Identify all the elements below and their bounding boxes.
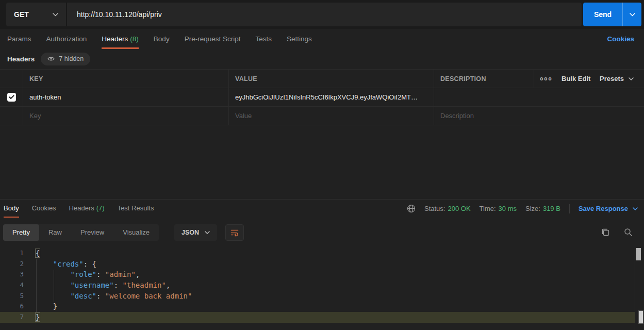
line-number: 4 (0, 280, 24, 291)
row-checkbox[interactable] (7, 93, 16, 102)
response-body-editor[interactable]: 1{ 2"creds": { 3"role": "admin", 4"usern… (0, 247, 644, 330)
send-button[interactable]: Send (583, 3, 622, 26)
more-options-icon[interactable]: ooo (540, 75, 552, 82)
table-header-row: KEY VALUE DESCRIPTION ooo Bulk Edit Pres… (0, 70, 644, 88)
divider (569, 204, 570, 213)
row-select-cell (0, 107, 23, 125)
view-mode-preview[interactable]: Preview (71, 224, 113, 241)
status-badge: Status:200 OK (424, 205, 471, 212)
time-badge: Time:30 ms (480, 205, 517, 212)
headers-table: KEY VALUE DESCRIPTION ooo Bulk Edit Pres… (0, 69, 644, 125)
size-badge: Size:319 B (525, 205, 560, 212)
row-select-cell (0, 88, 23, 106)
globe-icon (407, 204, 416, 213)
view-mode-switch: Pretty Raw Preview Visualize (3, 224, 159, 241)
hidden-headers-toggle[interactable]: 7 hidden (41, 53, 90, 65)
editor-scrollbar-thumb[interactable] (636, 248, 641, 260)
send-button-group: Send (583, 3, 641, 26)
format-dropdown[interactable]: JSON (174, 224, 217, 241)
view-mode-raw[interactable]: Raw (39, 224, 71, 241)
column-header-description: DESCRIPTION (434, 70, 534, 88)
request-tabs: Params Authorization Headers(8) Body Pre… (0, 30, 644, 49)
header-description-field[interactable] (434, 88, 644, 106)
line-number: 5 (0, 291, 24, 302)
header-key-field[interactable]: Key (23, 107, 228, 125)
tab-authorization[interactable]: Authorization (46, 30, 87, 49)
header-description-field[interactable]: Description (434, 107, 644, 125)
bulk-edit-button[interactable]: Bulk Edit (562, 75, 590, 82)
chevron-down-icon (629, 77, 634, 80)
line-number: 3 (0, 269, 24, 280)
chevron-down-icon (53, 13, 58, 16)
table-controls: ooo Bulk Edit Presets (534, 70, 644, 88)
tab-body[interactable]: Body (154, 30, 170, 49)
headers-section-head: Headers 7 hidden (7, 52, 90, 65)
copy-icon (601, 228, 610, 237)
tab-pre-request-script[interactable]: Pre-request Script (185, 30, 241, 49)
scrollbar-track (635, 247, 635, 330)
chevron-down-icon (633, 207, 638, 210)
send-options-button[interactable] (622, 3, 641, 26)
indent-guide (36, 259, 37, 312)
line-number: 7 (0, 312, 24, 323)
tab-settings[interactable]: Settings (287, 30, 312, 49)
response-header: Body Cookies Headers(7) Test Results Sta… (0, 200, 644, 218)
column-header-key: KEY (23, 70, 228, 88)
code-line: 5"desc": "welcome back admin" (0, 291, 635, 302)
line-number: 1 (0, 248, 24, 259)
eye-icon (47, 56, 55, 61)
chevron-down-icon (630, 13, 635, 16)
response-tab-test-results[interactable]: Test Results (118, 200, 154, 218)
presets-dropdown[interactable]: Presets (600, 75, 634, 82)
tab-headers[interactable]: Headers(8) (102, 30, 139, 49)
response-tab-cookies[interactable]: Cookies (32, 200, 56, 218)
tab-params[interactable]: Params (7, 30, 31, 49)
check-icon (9, 95, 14, 100)
cookies-link[interactable]: Cookies (607, 30, 634, 49)
table-row-empty: Key Value Description (0, 107, 644, 125)
request-bar: GET http://10.10.11.120/api/priv Send (0, 0, 644, 29)
headers-count: (8) (130, 35, 139, 43)
code-line-active: 7} (0, 312, 635, 323)
chevron-down-icon (205, 231, 210, 234)
select-column-header (0, 70, 23, 88)
code-line: 3"role": "admin", (0, 269, 635, 280)
url-text: http://10.10.11.120/api/priv (77, 10, 162, 19)
hidden-headers-label: 7 hidden (59, 55, 84, 62)
code-line: 1{ (0, 248, 635, 259)
response-headers-count: (7) (96, 204, 105, 212)
code-line: 4"username": "theadmin", (0, 280, 635, 291)
method-dropdown[interactable]: GET (6, 3, 67, 26)
response-actions (601, 228, 633, 237)
method-label: GET (14, 10, 29, 19)
header-key-field[interactable]: auth-token (23, 88, 228, 106)
line-number: 2 (0, 259, 24, 270)
search-button[interactable] (624, 228, 633, 237)
response-meta: Status:200 OK Time:30 ms Size:319 B Save… (407, 200, 638, 218)
save-response-button[interactable]: Save Response (579, 205, 638, 212)
headers-section-title: Headers (7, 55, 35, 63)
code-line: 6} (0, 301, 635, 312)
view-mode-pretty[interactable]: Pretty (3, 224, 39, 241)
view-mode-visualize[interactable]: Visualize (113, 224, 159, 241)
indent-guide (54, 270, 54, 302)
response-tab-body[interactable]: Body (4, 200, 19, 218)
tab-tests[interactable]: Tests (255, 30, 272, 49)
column-header-value: VALUE (228, 70, 434, 88)
table-row: auth-token eyJhbGciOiJIUzI1NiIsInR5cCI6I… (0, 88, 644, 107)
code-line: 2"creds": { (0, 259, 635, 270)
page-scrollbar-thumb[interactable] (638, 310, 643, 324)
header-value-field[interactable]: Value (228, 107, 434, 125)
response-pane: Body Cookies Headers(7) Test Results Sta… (0, 199, 644, 330)
url-input[interactable]: http://10.10.11.120/api/priv (67, 3, 582, 26)
response-tab-headers[interactable]: Headers(7) (69, 200, 105, 218)
line-number: 6 (0, 301, 24, 312)
wrap-text-icon (230, 228, 239, 237)
response-view-toolbar: Pretty Raw Preview Visualize JSON (0, 221, 644, 244)
wrap-text-button[interactable] (225, 224, 244, 241)
copy-button[interactable] (601, 228, 610, 237)
header-value-field[interactable]: eyJhbGciOiJIUzI1NiIsInR5cCI6IkpXVCJ9.eyJ… (228, 88, 434, 106)
search-icon (624, 228, 633, 237)
